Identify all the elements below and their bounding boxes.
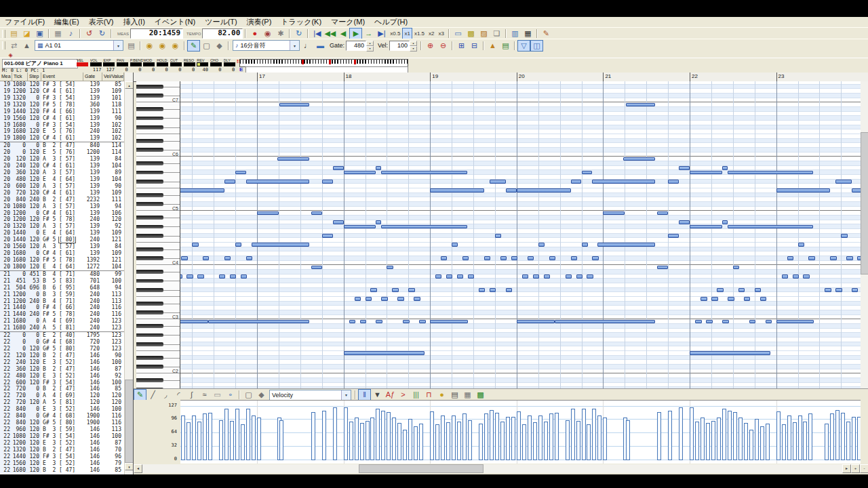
gate-input[interactable]: 480 — [346, 41, 366, 51]
hzoom-plus-button[interactable]: + — [851, 464, 860, 473]
vel-dot-tool-button[interactable]: ∘ — [224, 389, 237, 401]
scroll-thumb[interactable] — [861, 132, 868, 274]
event-row[interactable]: 191800120C# 4 [ 61]139102 — [0, 135, 124, 142]
open-file-button[interactable]: ◪ — [20, 28, 33, 39]
event-row[interactable]: 201080120A 3 [ 57]13994 — [0, 203, 124, 210]
speed-x05-button[interactable]: x0.5 — [388, 28, 402, 39]
midi-note[interactable] — [376, 220, 381, 224]
midi-note[interactable] — [835, 288, 842, 292]
velocity-bar[interactable] — [555, 413, 559, 460]
velocity-bar[interactable] — [528, 415, 532, 460]
midi-note[interactable] — [506, 288, 512, 292]
toolbar-grip-2[interactable] — [2, 41, 5, 49]
pianoroll-grid[interactable] — [180, 81, 861, 388]
midi-note[interactable] — [576, 274, 583, 279]
midi-note[interactable] — [457, 274, 463, 279]
panic-button[interactable]: ✱ — [274, 28, 287, 39]
midi-note[interactable] — [690, 171, 722, 175]
velocity-bar[interactable] — [576, 421, 580, 460]
black-key[interactable] — [136, 378, 163, 382]
midi-note[interactable] — [435, 274, 441, 279]
event-row[interactable]: 220120G# 5 [ 80]720123 — [0, 346, 124, 352]
velocity-bar[interactable] — [241, 424, 245, 460]
midi-note[interactable] — [311, 266, 322, 270]
velocity-bar[interactable] — [841, 413, 845, 460]
event-row[interactable]: 2200G# 4 [ 68]720123 — [0, 339, 124, 346]
piano-keyboard[interactable]: C7C6C5C4C3C2 — [136, 81, 180, 388]
event-row[interactable]: 221200120E 3 [ 52]14687 — [0, 440, 124, 447]
midi-note[interactable] — [841, 234, 847, 238]
event-row[interactable]: 2114400F# 4 [ 66]240116 — [0, 304, 124, 311]
hzoom-minus-button[interactable]: - — [860, 464, 868, 473]
black-key[interactable] — [136, 342, 163, 346]
midi-note[interactable] — [360, 320, 367, 324]
pencil-tool-button[interactable]: ✎ — [187, 40, 200, 52]
black-key[interactable] — [136, 225, 163, 229]
mixer-window-button[interactable]: ▦ — [521, 28, 534, 39]
event-row[interactable]: 201560120A 3 [ 57]13984 — [0, 243, 124, 250]
midi-note[interactable] — [500, 256, 507, 260]
meter-bar[interactable] — [157, 62, 168, 66]
midi-note[interactable] — [186, 274, 193, 279]
midi-note[interactable] — [235, 171, 246, 175]
midi-note[interactable] — [355, 297, 361, 301]
velocity-bar[interactable] — [219, 420, 223, 460]
eraser-tool-button[interactable]: ◆ — [213, 40, 226, 52]
velocity-bar[interactable] — [506, 417, 510, 460]
midi-note[interactable] — [311, 211, 322, 216]
midi-note[interactable] — [808, 256, 814, 260]
marker-cone-button[interactable]: ▲ — [486, 40, 499, 52]
velocity-bar[interactable] — [835, 410, 840, 460]
vel-curve2-tool-button[interactable]: ◜ — [172, 389, 185, 401]
midi-note[interactable] — [462, 256, 469, 260]
velocity-bar[interactable] — [419, 424, 423, 460]
vel-scurve-tool-button[interactable]: ∫ — [185, 389, 198, 401]
scroll-left-button[interactable]: ◂ — [134, 464, 142, 473]
event-row[interactable]: 200120E 5 [ 76]1200114 — [0, 149, 124, 156]
step-back-button[interactable]: ◀ — [336, 28, 349, 39]
event-row[interactable]: 20120120A 3 [ 57]13984 — [0, 156, 124, 163]
accent-button[interactable]: Aƒ — [384, 389, 397, 401]
midi-note[interactable] — [733, 266, 740, 270]
midi-note[interactable] — [506, 188, 517, 192]
midi-note[interactable] — [397, 297, 404, 301]
spin-up-icon[interactable]: ▴ — [366, 41, 374, 46]
midi-note[interactable] — [203, 256, 209, 260]
meter-bar[interactable] — [197, 62, 208, 66]
midi-note[interactable] — [722, 166, 728, 170]
hzoom-in-button[interactable]: ⊞ — [455, 40, 468, 52]
velocity-bar[interactable] — [830, 413, 834, 460]
column-header-tick[interactable]: Tick — [12, 73, 28, 81]
velocity-bar[interactable] — [490, 410, 494, 460]
midi-note[interactable] — [414, 297, 420, 301]
meter-bar[interactable] — [130, 62, 142, 66]
note-length-combo[interactable]: ♪16分音符▾ — [233, 40, 300, 51]
velocity-bar[interactable] — [452, 415, 456, 460]
velocity-bar[interactable] — [192, 415, 196, 460]
velocity-bar[interactable] — [311, 412, 315, 460]
event-row[interactable]: 20840240B 2 [ 47]2232111 — [0, 197, 124, 203]
midi-note[interactable] — [566, 274, 572, 279]
event-row[interactable]: 2145153B 5 [ 83]701100 — [0, 278, 124, 285]
monitor-solo-button[interactable]: ◉ — [156, 40, 169, 52]
bars-view-button[interactable]: ‖ — [358, 389, 371, 401]
meter-bar[interactable] — [184, 62, 195, 66]
velocity-bar[interactable] — [322, 411, 326, 460]
meter-bar[interactable] — [117, 62, 128, 66]
velocity-bar[interactable] — [462, 413, 467, 460]
setup-wand-button[interactable]: ✎ — [540, 28, 553, 39]
velocity-bar[interactable] — [479, 424, 483, 460]
velocity-bar[interactable] — [370, 418, 374, 460]
midi-note[interactable] — [366, 297, 372, 301]
event-row[interactable]: 211440240F# 5 [ 78]240116 — [0, 311, 124, 318]
velocity-bar[interactable] — [776, 411, 781, 460]
velocity-bar[interactable] — [846, 422, 850, 460]
midi-note[interactable] — [517, 188, 571, 192]
velocity-bar[interactable] — [484, 413, 488, 460]
black-key[interactable] — [136, 324, 163, 328]
rewind-button[interactable]: ◀◀ — [323, 28, 336, 39]
help-pointer-button[interactable]: ❏ — [490, 28, 503, 39]
midi-note[interactable] — [381, 225, 467, 229]
midi-note[interactable] — [522, 274, 528, 279]
black-key[interactable] — [136, 356, 163, 360]
